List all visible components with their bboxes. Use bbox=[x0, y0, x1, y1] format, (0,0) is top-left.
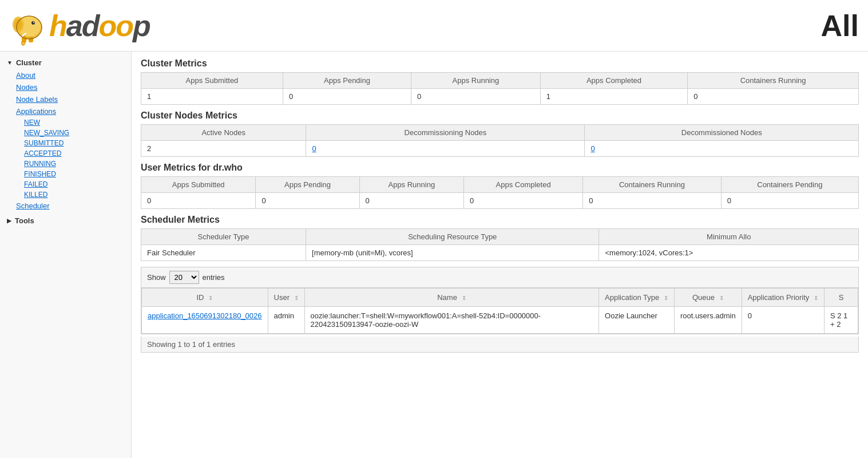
user-val-0: 0 bbox=[141, 193, 256, 209]
cluster-metrics-header-4: Containers Running bbox=[688, 73, 859, 89]
cluster-metrics-header-3: Apps Completed bbox=[540, 73, 687, 89]
sidebar-sub-new-saving[interactable]: NEW_SAVING bbox=[0, 128, 131, 138]
app-user-cell: admin bbox=[268, 307, 304, 334]
apps-header-name[interactable]: Name ⇕ bbox=[304, 289, 599, 307]
name-sort-icon: ⇕ bbox=[462, 295, 466, 301]
sidebar-item-node-labels[interactable]: Node Labels bbox=[0, 93, 131, 105]
table-footer: Showing 1 to 1 of 1 entries bbox=[141, 337, 859, 353]
apps-header-priority[interactable]: Application Priority ⇕ bbox=[742, 289, 824, 307]
scheduler-metrics-title: Scheduler Metrics bbox=[141, 215, 859, 225]
nodes-decommissioned-link[interactable]: 0 bbox=[590, 144, 594, 153]
nodes-header-2: Decommissioned Nodes bbox=[585, 125, 859, 141]
cluster-metrics-val-1: 0 bbox=[283, 89, 411, 105]
nodes-header-0: Active Nodes bbox=[141, 125, 306, 141]
svg-point-4 bbox=[31, 21, 35, 25]
sched-val-2: <memory:1024, vCores:1> bbox=[599, 245, 859, 261]
type-sort-icon: ⇕ bbox=[664, 295, 668, 301]
svg-point-5 bbox=[33, 22, 34, 23]
table-row: application_1650691302180_0026 admin ooz… bbox=[142, 307, 858, 334]
scheduler-metrics-table: Scheduler Type Scheduling Resource Type … bbox=[141, 228, 859, 261]
user-val-1: 0 bbox=[256, 193, 359, 209]
sidebar: ▼ Cluster About Nodes Node Labels Applic… bbox=[0, 52, 132, 458]
app-id-cell: application_1650691302180_0026 bbox=[142, 307, 268, 334]
apps-header-id[interactable]: ID ⇕ bbox=[142, 289, 268, 307]
sidebar-sub-accepted[interactable]: ACCEPTED bbox=[0, 148, 131, 159]
apps-header-status: S bbox=[824, 289, 858, 307]
main-layout: ▼ Cluster About Nodes Node Labels Applic… bbox=[0, 52, 868, 458]
svg-point-3 bbox=[14, 19, 22, 30]
sidebar-sub-new[interactable]: NEW bbox=[0, 117, 131, 128]
sidebar-sub-submitted[interactable]: SUBMITTED bbox=[0, 138, 131, 148]
tools-arrow-icon: ▶ bbox=[7, 218, 11, 224]
sched-header-1: Scheduling Resource Type bbox=[306, 229, 599, 245]
hadoop-elephant-icon bbox=[9, 6, 49, 46]
cluster-metrics-header-0: Apps Submitted bbox=[141, 73, 283, 89]
cluster-metrics-table: Apps Submitted Apps Pending Apps Running… bbox=[141, 72, 859, 105]
cluster-metrics-title: Cluster Metrics bbox=[141, 58, 859, 69]
logo-text: hadoop bbox=[49, 9, 150, 43]
apps-table: ID ⇕ User ⇕ Name ⇕ Application Type bbox=[141, 288, 858, 334]
user-sort-icon: ⇕ bbox=[294, 295, 299, 301]
sidebar-item-nodes[interactable]: Nodes bbox=[0, 81, 131, 93]
app-queue-cell: root.users.admin bbox=[674, 307, 742, 334]
cluster-metrics-val-0: 1 bbox=[141, 89, 283, 105]
sidebar-sub-failed[interactable]: FAILED bbox=[0, 179, 131, 189]
tools-toggle[interactable]: ▶ Tools bbox=[0, 214, 131, 227]
user-metrics-table: Apps Submitted Apps Pending Apps Running… bbox=[141, 176, 859, 209]
sidebar-item-about[interactable]: About bbox=[0, 69, 131, 81]
user-header-5: Containers Pending bbox=[721, 177, 858, 193]
header: hadoop All bbox=[0, 0, 868, 52]
cluster-metrics-header-2: Apps Running bbox=[411, 73, 541, 89]
sched-header-2: Minimum Allo bbox=[599, 229, 859, 245]
user-header-4: Containers Running bbox=[583, 177, 722, 193]
nodes-val-0: 2 bbox=[141, 141, 306, 157]
id-sort-icon: ⇕ bbox=[208, 295, 213, 301]
sidebar-item-scheduler[interactable]: Scheduler bbox=[0, 200, 131, 212]
apps-header-user[interactable]: User ⇕ bbox=[268, 289, 304, 307]
cluster-metrics-val-2: 0 bbox=[411, 89, 541, 105]
sched-val-0: Fair Scheduler bbox=[141, 245, 306, 261]
user-header-0: Apps Submitted bbox=[141, 177, 256, 193]
app-id-link[interactable]: application_1650691302180_0026 bbox=[148, 311, 262, 320]
sidebar-sub-finished[interactable]: FINISHED bbox=[0, 169, 131, 179]
tools-section: ▶ Tools bbox=[0, 214, 131, 227]
user-val-5: 0 bbox=[721, 193, 858, 209]
nodes-val-2: 0 bbox=[585, 141, 859, 157]
sidebar-sub-running[interactable]: RUNNING bbox=[0, 159, 131, 169]
logo-area: hadoop bbox=[9, 6, 150, 46]
sched-header-0: Scheduler Type bbox=[141, 229, 306, 245]
apps-header-queue[interactable]: Queue ⇕ bbox=[674, 289, 742, 307]
sidebar-sub-killed[interactable]: KILLED bbox=[0, 189, 131, 200]
cluster-metrics-header-1: Apps Pending bbox=[283, 73, 411, 89]
app-status-cell: S 2 1 + 2 bbox=[824, 307, 858, 334]
show-entries-bar: Show 10 20 50 100 entries bbox=[141, 267, 859, 287]
app-name-cell: oozie:launcher:T=shell:W=myworkflow001:A… bbox=[304, 307, 599, 334]
entries-select[interactable]: 10 20 50 100 bbox=[169, 271, 199, 284]
cluster-nodes-title: Cluster Nodes Metrics bbox=[141, 110, 859, 121]
user-header-1: Apps Pending bbox=[256, 177, 359, 193]
cluster-metrics-val-3: 1 bbox=[540, 89, 687, 105]
header-right-text: All bbox=[821, 9, 859, 43]
nodes-decommissioning-link[interactable]: 0 bbox=[312, 144, 316, 153]
apps-header-type[interactable]: Application Type ⇕ bbox=[599, 289, 675, 307]
cluster-metrics-val-4: 0 bbox=[688, 89, 859, 105]
show-label: Show bbox=[147, 273, 166, 282]
user-metrics-title: User Metrics for dr.who bbox=[141, 163, 859, 173]
user-header-3: Apps Completed bbox=[464, 177, 583, 193]
footer-text: Showing 1 to 1 of 1 entries bbox=[147, 340, 235, 349]
cluster-nodes-table: Active Nodes Decommissioning Nodes Decom… bbox=[141, 124, 859, 157]
nodes-val-1: 0 bbox=[306, 141, 585, 157]
nodes-header-1: Decommissioning Nodes bbox=[306, 125, 585, 141]
svg-rect-7 bbox=[29, 37, 33, 42]
apps-table-wrapper: ID ⇕ User ⇕ Name ⇕ Application Type bbox=[141, 287, 859, 334]
priority-sort-icon: ⇕ bbox=[814, 295, 818, 301]
app-priority-cell: 0 bbox=[742, 307, 824, 334]
sidebar-item-applications[interactable]: Applications bbox=[0, 105, 131, 117]
cluster-section: ▼ Cluster About Nodes Node Labels Applic… bbox=[0, 56, 131, 212]
cluster-arrow-icon: ▼ bbox=[7, 60, 13, 66]
entries-label: entries bbox=[203, 273, 225, 282]
cluster-label: Cluster bbox=[16, 58, 42, 67]
content-area: Cluster Metrics Apps Submitted Apps Pend… bbox=[132, 52, 868, 458]
cluster-toggle[interactable]: ▼ Cluster bbox=[0, 56, 131, 69]
user-val-4: 0 bbox=[583, 193, 722, 209]
